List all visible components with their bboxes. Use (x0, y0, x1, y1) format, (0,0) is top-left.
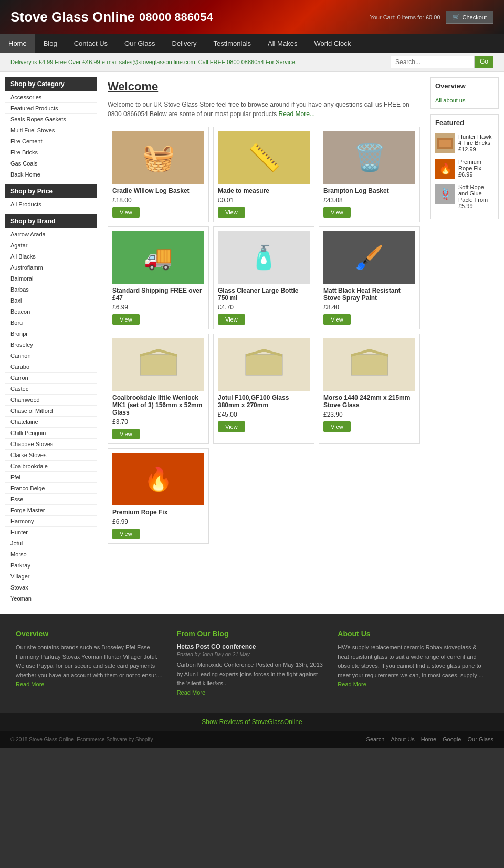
footer-link-search[interactable]: Search (366, 736, 385, 742)
footer-link-about[interactable]: About Us (391, 736, 414, 742)
product-name: Coalbrookdale little Wenlock MK1 (set of… (112, 394, 204, 416)
sidebar-item-accessories[interactable]: Accessories (5, 92, 97, 103)
footer-columns: Overview Our site contains brands such a… (16, 629, 488, 697)
sidebar-brand-clarke[interactable]: Clarke Stoves (5, 450, 97, 461)
sidebar-brand-morso[interactable]: Morso (5, 549, 97, 560)
footer-about-read-more[interactable]: Read More (338, 680, 488, 689)
product-name: Jotul F100,GF100 Glass 380mm x 270mm (218, 394, 310, 409)
sidebar-brand-austroflamm[interactable]: Austroflamm (5, 262, 97, 273)
product-view-button[interactable]: View (112, 429, 140, 439)
sidebar-brand-boru[interactable]: Boru (5, 317, 97, 328)
sidebar-brand-hunter[interactable]: Hunter (5, 527, 97, 538)
sidebar-brand-parkray[interactable]: Parkray (5, 560, 97, 571)
search-button[interactable]: Go (475, 56, 494, 68)
sidebar-brand-jotul[interactable]: Jotul (5, 538, 97, 549)
sidebar-brand-barbas[interactable]: Barbas (5, 284, 97, 295)
nav-home[interactable]: Home (0, 34, 35, 53)
sidebar-item-cement[interactable]: Fire Cement (5, 136, 97, 147)
footer-link-ourglass[interactable]: Our Glass (467, 736, 494, 742)
product-price: £6.99 (112, 304, 204, 311)
sidebar-item-bricks[interactable]: Fire Bricks (5, 147, 97, 158)
product-view-button[interactable]: View (323, 207, 351, 218)
nav-world-clock[interactable]: World Clock (306, 34, 359, 53)
sidebar-brand-coalbrookdale[interactable]: Coalbrookdale (5, 461, 97, 472)
product-view-button[interactable]: View (218, 314, 245, 325)
sidebar-item-seals[interactable]: Seals Ropes Gaskets (5, 114, 97, 125)
sidebar-brand-villager[interactable]: Villager (5, 571, 97, 582)
sidebar-brand-chilli[interactable]: Chilli Penguin (5, 428, 97, 439)
product-card: Coalbrookdale little Wenlock MK1 (set of… (108, 334, 209, 444)
sidebar-brand-carabo[interactable]: Carabo (5, 361, 97, 373)
nav-delivery[interactable]: Delivery (164, 34, 205, 53)
sidebar-brand-castec[interactable]: Castec (5, 384, 97, 395)
sidebar-brand-chamwood[interactable]: Chamwood (5, 395, 97, 406)
sidebar-brand-esse[interactable]: Esse (5, 494, 97, 505)
reviews-link[interactable]: Show Reviews of StoveGlassOnline (202, 718, 302, 726)
sidebar-brand-baxi[interactable]: Baxi (5, 295, 97, 306)
footer-blog-read-more[interactable]: Read More (177, 688, 328, 698)
sidebar-item-gascoals[interactable]: Gas Coals (5, 158, 97, 169)
sidebar-brand-stovax[interactable]: Stovax (5, 582, 97, 593)
product-view-button[interactable]: View (323, 421, 351, 432)
product-image: 🖌️ (323, 231, 415, 284)
product-card: 🧴 Glass Cleaner Large Bottle 750 ml £4.7… (213, 226, 314, 329)
product-view-button[interactable]: View (112, 529, 140, 539)
product-view-button[interactable]: View (112, 314, 140, 325)
product-view-button[interactable]: View (323, 314, 351, 325)
sidebar-item-featured[interactable]: Featured Products (5, 103, 97, 114)
sidebar-brand-chatelaine[interactable]: Chatelaine (5, 417, 97, 428)
product-card: 🖌️ Matt Black Heat Resistant Stove Spray… (319, 226, 420, 329)
product-view-button[interactable]: View (218, 207, 245, 218)
sidebar-brand-aarrow[interactable]: Aarrow Arada (5, 229, 97, 240)
sidebar-brand-broseley[interactable]: Broseley (5, 339, 97, 350)
nav-our-glass[interactable]: Our Glass (116, 34, 164, 53)
sidebar-item-allproducts[interactable]: All Products (5, 199, 97, 210)
search-input[interactable] (391, 56, 475, 68)
product-name: Brampton Log Basket (323, 187, 415, 194)
sidebar-brand-forge[interactable]: Forge Master (5, 505, 97, 516)
product-image: 🧴 (218, 231, 310, 284)
product-price: £8.40 (323, 304, 415, 311)
nav-testimonials[interactable]: Testimonials (205, 34, 260, 53)
sidebar-brand-bronpi[interactable]: Bronpi (5, 328, 97, 339)
sidebar-brand-agatar[interactable]: Agatar (5, 240, 97, 251)
featured-thumb: 🔥 (435, 159, 455, 179)
sidebar-brand-efel[interactable]: Efel (5, 472, 97, 483)
all-about-us-link[interactable]: All about us (435, 97, 465, 104)
footer-link-home[interactable]: Home (421, 736, 436, 742)
checkout-button[interactable]: 🛒 Checkout (446, 11, 494, 24)
featured-info: Hunter Hawk 4 Fire Bricks £12.99 (458, 133, 494, 152)
sidebar-brand-chappee[interactable]: Chappee Stoves (5, 439, 97, 450)
product-card: Morso 1440 242mm x 215mm Stove Glass £23… (319, 334, 420, 444)
footer-link-google[interactable]: Google (443, 736, 461, 742)
sidebar-brand-harmony[interactable]: Harmony (5, 516, 97, 527)
nav-contact-us[interactable]: Contact Us (66, 34, 116, 53)
sidebar-item-multifuel[interactable]: Multi Fuel Stoves (5, 125, 97, 136)
featured-info: Soft Rope and Glue Pack: From £5.99 (458, 184, 494, 209)
product-view-button[interactable]: View (218, 421, 245, 432)
sidebar-brand-cannon[interactable]: Cannon (5, 350, 97, 361)
site-title: Stove Glass Online (10, 9, 135, 25)
featured-thumb (435, 133, 455, 153)
nav-blog[interactable]: Blog (35, 34, 66, 53)
sidebar-brand-carron[interactable]: Carron (5, 373, 97, 384)
nav-all-makes[interactable]: All Makes (259, 34, 306, 53)
sidebar-brand-yeoman[interactable]: Yeoman (5, 593, 97, 604)
sidebar-brand-allblacks[interactable]: All Blacks (5, 251, 97, 262)
product-name: Matt Black Heat Resistant Stove Spray Pa… (323, 287, 415, 302)
svg-rect-4 (351, 354, 388, 375)
sidebar-brand-balmoral[interactable]: Balmoral (5, 273, 97, 284)
svg-rect-2 (246, 354, 282, 375)
sidebar-brand-beacon[interactable]: Beacon (5, 306, 97, 317)
main-content: Welcome Welcome to our UK Stove Glass St… (102, 77, 425, 608)
product-view-button[interactable]: View (112, 207, 140, 218)
welcome-read-more[interactable]: Read More... (279, 110, 315, 118)
sidebar-brand-franco[interactable]: Franco Belge (5, 483, 97, 494)
product-price: £3.70 (112, 418, 204, 426)
product-price: £6.99 (112, 518, 204, 525)
sidebar-item-backhome[interactable]: Back Home (5, 169, 97, 180)
footer-overview-read-more[interactable]: Read More (16, 680, 166, 689)
delivery-info: Delivery is £4.99 Free Over £46.99 e-mai… (10, 59, 297, 65)
sidebar-brand-chase[interactable]: Chase of Mitford (5, 406, 97, 417)
product-card: 🔥 Premium Rope Fix £6.99 View (108, 448, 209, 544)
